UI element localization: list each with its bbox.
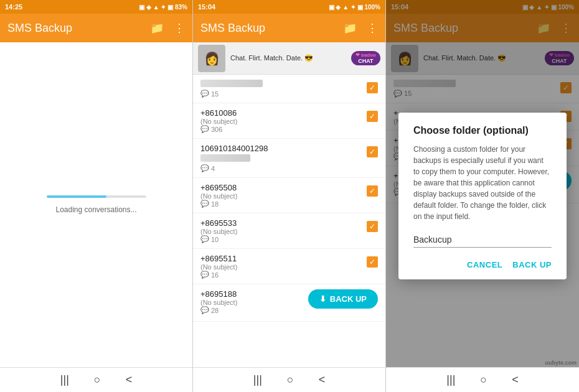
menu-icon-1[interactable]: ⋮	[174, 21, 185, 35]
progress-bar-container	[47, 195, 146, 198]
folder-icon-1[interactable]: 📁	[150, 21, 164, 35]
app-title-1: SMS Backup	[7, 22, 150, 35]
checkbox-1[interactable]: ✓	[367, 111, 378, 122]
progress-bar-fill	[47, 195, 106, 198]
conv-item-5[interactable]: +8695511 (No subject) 💬 16 ✓	[193, 249, 385, 284]
nav-menu-3[interactable]: |||	[446, 373, 455, 386]
nav-home-2[interactable]: ○	[287, 373, 294, 386]
dialog-title: Choose folder (optional)	[413, 125, 552, 136]
conv-item-2[interactable]: 106910184001298 💬 4 ✓	[193, 139, 385, 178]
conv-item-3[interactable]: +8695508 (No subject) 💬 18 ✓	[193, 178, 385, 213]
checkbox-5[interactable]: ✓	[367, 256, 378, 268]
nav-back-2[interactable]: <	[319, 373, 326, 386]
checkbox-2[interactable]: ✓	[367, 146, 378, 157]
app-bar-icons-1: 📁 ⋮	[150, 21, 185, 35]
nav-back-1[interactable]: <	[126, 373, 133, 386]
status-icons-2: ▣ ◈ ▲ ✦ ▣ 100%	[329, 4, 380, 11]
time-2: 15:04	[198, 3, 215, 11]
conv-item-4[interactable]: +8695533 (No subject) 💬 10 ✓	[193, 213, 385, 249]
nav-home-3[interactable]: ○	[480, 373, 487, 386]
conv-item-blurred[interactable]: 💬 15 ✓	[193, 75, 385, 103]
checkbox-3[interactable]: ✓	[367, 185, 378, 197]
choose-folder-dialog: Choose folder (optional) Choosing a cust…	[398, 113, 567, 279]
ad-banner-2: 👩 Chat. Flirt. Match. Date. 😎 ❤ badoo CH…	[193, 42, 385, 75]
status-bar-1: 14:25 ▣ ◈ ▲ ✦ ▣ 83%	[0, 0, 192, 14]
dialog-body: Choosing a custom folder for your backup…	[413, 144, 552, 222]
app-bar-2: SMS Backup 📁 ⋮	[193, 14, 385, 42]
app-bar-icons-2: 📁 ⋮	[343, 21, 378, 35]
checkbox-0[interactable]: ✓	[367, 82, 378, 93]
nav-menu-1[interactable]: |||	[60, 373, 69, 386]
dialog-overlay: Choose folder (optional) Choosing a cust…	[386, 0, 579, 392]
conv-item-6[interactable]: +8695188 (No subject) 💬 28 ⬇ BACK UP	[193, 284, 385, 322]
phone-3: 15:04 ▣ ◈ ▲ ✦ ▣ 100% SMS Backup 📁 ⋮ 👩 Ch…	[386, 0, 579, 392]
folder-input[interactable]	[413, 232, 552, 248]
ad-avatar: 👩	[198, 45, 225, 72]
dialog-backup-button[interactable]: BACK UP	[512, 260, 552, 269]
backup-button-2[interactable]: ⬇ BACK UP	[308, 289, 378, 309]
conv-item-1[interactable]: +8610086 (No subject) 💬 306 ✓	[193, 103, 385, 139]
nav-home-1[interactable]: ○	[94, 373, 101, 386]
status-bar-2: 15:04 ▣ ◈ ▲ ✦ ▣ 100%	[193, 0, 385, 14]
badoo-badge[interactable]: ❤ badoo CHAT	[351, 51, 380, 65]
cancel-button[interactable]: CANCEL	[467, 260, 502, 269]
blurred-name	[200, 80, 263, 87]
phone-1: 14:25 ▣ ◈ ▲ ✦ ▣ 83% SMS Backup 📁 ⋮ Loadi…	[0, 0, 193, 392]
nav-bar-1: ||| ○ <	[0, 367, 192, 392]
time-1: 14:25	[5, 3, 22, 11]
nav-menu-2[interactable]: |||	[253, 373, 262, 386]
loading-area: Loading conversations...	[0, 42, 192, 367]
checkbox-4[interactable]: ✓	[367, 221, 378, 232]
status-icons-1: ▣ ◈ ▲ ✦ ▣ 83%	[139, 4, 187, 11]
menu-icon-2[interactable]: ⋮	[367, 21, 378, 35]
ad-text: Chat. Flirt. Match. Date. 😎	[230, 54, 346, 62]
nav-bar-2: ||| ○ <	[193, 367, 385, 392]
folder-icon-2[interactable]: 📁	[343, 21, 357, 35]
conversation-list-2: 💬 15 ✓ +8610086 (No subject) 💬 306 ✓	[193, 75, 385, 367]
phone-2: 15:04 ▣ ◈ ▲ ✦ ▣ 100% SMS Backup 📁 ⋮ 👩 Ch…	[193, 0, 386, 392]
app-title-2: SMS Backup	[200, 22, 343, 35]
dialog-actions: CANCEL BACK UP	[413, 260, 552, 269]
nav-back-3[interactable]: <	[512, 373, 519, 386]
loading-text: Loading conversations...	[55, 205, 136, 214]
app-bar-1: SMS Backup 📁 ⋮	[0, 14, 192, 42]
nav-bar-3: ||| ○ <	[386, 367, 579, 392]
